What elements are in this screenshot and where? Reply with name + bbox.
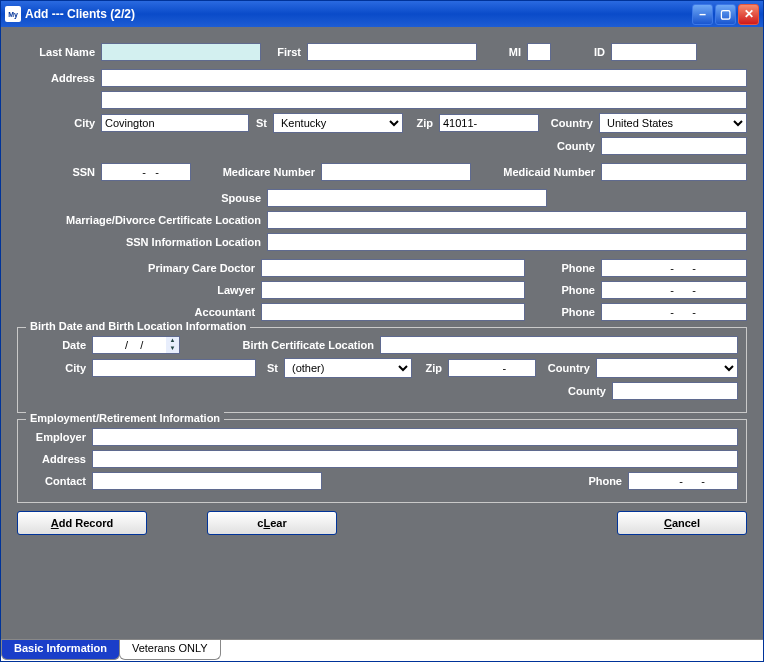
spouse-input[interactable] [267,189,547,207]
marriage-loc-input[interactable] [267,211,747,229]
birth-date-spinner[interactable]: ▲▼ [92,336,180,354]
employer-label: Employer [26,431,92,443]
emp-address-input[interactable] [92,450,738,468]
tab-veterans-only[interactable]: Veterans ONLY [119,640,221,660]
app-window: My Add --- Clients (2/2) – ▢ ✕ Last Name… [0,0,764,662]
medicare-label: Medicare Number [191,166,321,178]
birth-state-select[interactable]: (other) [284,358,412,378]
birth-zip-input[interactable] [448,359,536,377]
birth-cert-loc-label: Birth Certificate Location [180,339,380,351]
medicaid-input[interactable] [601,163,747,181]
employment-legend: Employment/Retirement Information [26,412,224,424]
birth-fieldset: Birth Date and Birth Location Informatio… [17,327,747,413]
first-label: First [261,46,307,58]
birth-legend: Birth Date and Birth Location Informatio… [26,320,250,332]
spouse-label: Spouse [17,192,267,204]
emp-phone-input[interactable] [628,472,738,490]
county-label: County [541,140,601,152]
marriage-loc-label: Marriage/Divorce Certificate Location [17,214,267,226]
clear-button[interactable]: cLear [207,511,337,535]
address-label: Address [17,72,101,84]
last-name-input[interactable] [101,43,261,61]
medicaid-label: Medicaid Number [471,166,601,178]
zip-input[interactable] [439,114,539,132]
accountant-phone-input[interactable] [601,303,747,321]
emp-contact-label: Contact [26,475,92,487]
minimize-button[interactable]: – [692,4,713,25]
lawyer-input[interactable] [261,281,525,299]
zip-label: Zip [403,117,439,129]
st-label: St [249,117,273,129]
lawyer-label: Lawyer [17,284,261,296]
pcd-input[interactable] [261,259,525,277]
birth-zip-label: Zip [412,362,448,374]
maximize-button[interactable]: ▢ [715,4,736,25]
cancel-button[interactable]: Cancel [617,511,747,535]
emp-phone-label: Phone [578,475,628,487]
id-input[interactable] [611,43,697,61]
id-label: ID [551,46,611,58]
birth-cert-loc-input[interactable] [380,336,738,354]
emp-address-label: Address [26,453,92,465]
ssn-info-loc-input[interactable] [267,233,747,251]
date-down-icon[interactable]: ▼ [166,345,179,353]
lawyer-phone-input[interactable] [601,281,747,299]
first-input[interactable] [307,43,477,61]
address2-input[interactable] [101,91,747,109]
accountant-label: Accountant [17,306,261,318]
date-up-icon[interactable]: ▲ [166,337,179,345]
accountant-phone-label: Phone [525,306,601,318]
button-bar: Add Record cLear Cancel [17,511,747,535]
medicare-input[interactable] [321,163,471,181]
emp-contact-input[interactable] [92,472,322,490]
tab-bar: Basic Information Veterans ONLY [1,639,763,661]
birth-country-select[interactable] [596,358,738,378]
lawyer-phone-label: Phone [525,284,601,296]
form-panel: Last Name First MI ID Address City St Ke… [1,27,763,639]
mi-label: MI [477,46,527,58]
birth-county-label: County [552,385,612,397]
birth-date-input[interactable] [92,336,166,354]
accountant-input[interactable] [261,303,525,321]
mi-input[interactable] [527,43,551,61]
birth-county-input[interactable] [612,382,738,400]
birth-st-label: St [256,362,284,374]
pcd-phone-input[interactable] [601,259,747,277]
add-record-button[interactable]: Add Record [17,511,147,535]
app-icon: My [5,6,21,22]
birth-city-label: City [26,362,92,374]
country-select[interactable]: United States [599,113,747,133]
close-button[interactable]: ✕ [738,4,759,25]
titlebar: My Add --- Clients (2/2) – ▢ ✕ [1,1,763,27]
pcd-phone-label: Phone [525,262,601,274]
county-input[interactable] [601,137,747,155]
employer-input[interactable] [92,428,738,446]
birth-city-input[interactable] [92,359,256,377]
ssn-input[interactable] [101,163,191,181]
city-input[interactable] [101,114,249,132]
pcd-label: Primary Care Doctor [17,262,261,274]
birth-country-label: Country [536,362,596,374]
city-label: City [17,117,101,129]
window-title: Add --- Clients (2/2) [25,7,692,21]
birth-date-label: Date [26,339,92,351]
ssn-info-loc-label: SSN Information Location [17,236,267,248]
tab-basic-information[interactable]: Basic Information [1,640,120,660]
last-name-label: Last Name [17,46,101,58]
window-controls: – ▢ ✕ [692,4,759,25]
state-select[interactable]: Kentucky [273,113,403,133]
ssn-label: SSN [17,166,101,178]
address1-input[interactable] [101,69,747,87]
employment-fieldset: Employment/Retirement Information Employ… [17,419,747,503]
country-label: Country [539,117,599,129]
